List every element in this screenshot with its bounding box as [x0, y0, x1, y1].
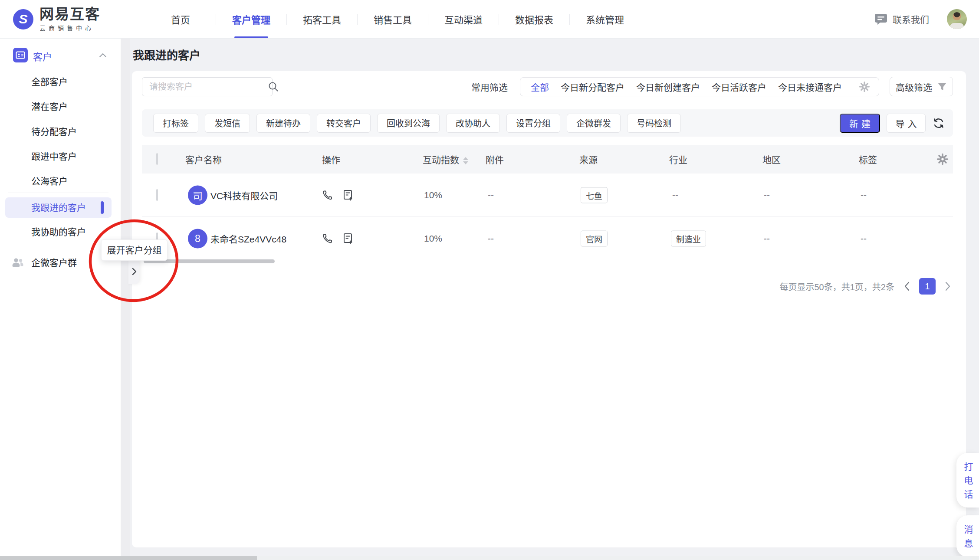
- customer-name[interactable]: VC科技有限公司: [210, 189, 278, 202]
- sidebar-item-label: 我跟进的客户: [31, 203, 86, 213]
- nav-item-system-management[interactable]: 系统管理: [570, 0, 640, 38]
- sidebar-item-unassigned-customers[interactable]: 待分配客户: [0, 122, 121, 141]
- select-all-checkbox[interactable]: [156, 153, 158, 165]
- set-group-button[interactable]: 设置分组: [506, 114, 560, 133]
- chat-bubble-icon: [874, 13, 887, 25]
- industry-chip: 制造业: [671, 230, 706, 246]
- collapsed-group-panel: [121, 39, 130, 560]
- number-check-button[interactable]: 号码检测: [627, 114, 681, 133]
- bulk-action-toolbar: 打标签 发短信 新建待办 转交客户 回收到公海 改协助人 设置分组 企微群发 号…: [142, 109, 953, 137]
- attachment-value: --: [488, 233, 494, 244]
- import-button[interactable]: 导入: [887, 114, 926, 133]
- nav-item-interaction-channels[interactable]: 互动渠道: [428, 0, 499, 38]
- table-row[interactable]: 8 未命名SZe4VVc48 10% -- 官网 制造业 -- --: [142, 217, 953, 260]
- table-header: 客户名称 操作 互动指数 附件 来源 行业 地区 标签: [142, 145, 953, 174]
- column-header-label: 互动指数: [423, 155, 459, 165]
- brand-subtitle: 云商销售中心: [39, 23, 100, 32]
- nav-item-sales-tools[interactable]: 销售工具: [358, 0, 428, 38]
- navbar-divider: [938, 13, 938, 26]
- next-page-chevron-icon[interactable]: [943, 279, 953, 293]
- quick-filter-settings-gear-icon[interactable]: [859, 81, 870, 92]
- column-header-attachments: 附件: [486, 153, 504, 166]
- tags-value: --: [861, 190, 867, 200]
- sort-carets-icon[interactable]: [463, 157, 468, 164]
- nav-item-home[interactable]: 首页: [145, 0, 216, 38]
- people-group-icon: [11, 257, 24, 270]
- nav-item-label: 首页: [171, 12, 190, 26]
- pagination: 每页显示50条，共1页，共2条 1: [780, 278, 953, 295]
- sidebar-item-my-assisted-customers[interactable]: 我协助的客户: [0, 223, 121, 242]
- phone-call-icon[interactable]: [322, 233, 333, 244]
- return-to-pool-button[interactable]: 回收到公海: [377, 114, 440, 133]
- row-checkbox[interactable]: [156, 189, 158, 201]
- advanced-filter-button[interactable]: 高级筛选: [890, 77, 953, 96]
- navbar-right: 联系我们: [874, 0, 967, 38]
- column-header-tags: 标签: [859, 153, 877, 166]
- messages-floating-button[interactable]: 消息: [956, 515, 979, 557]
- sidebar-section-customer[interactable]: 客户: [0, 46, 121, 65]
- tag-button[interactable]: 打标签: [153, 114, 198, 133]
- change-assistant-button[interactable]: 改协助人: [446, 114, 500, 133]
- quick-filter-newly-created-today[interactable]: 今日新创建客户: [636, 80, 700, 93]
- interaction-index-value: 10%: [424, 233, 442, 244]
- column-header-customer-name: 客户名称: [185, 153, 222, 166]
- chevron-up-icon[interactable]: [99, 52, 107, 59]
- add-record-icon[interactable]: [342, 233, 354, 244]
- make-call-floating-button[interactable]: 打电话: [956, 453, 979, 508]
- expand-customer-groups-handle[interactable]: [128, 259, 139, 284]
- customer-name[interactable]: 未命名SZe4VVc48: [210, 232, 286, 245]
- column-header-source: 来源: [579, 153, 598, 166]
- sidebar-section-label: 客户: [33, 49, 52, 63]
- nav-item-customer-management[interactable]: 客户管理: [216, 0, 286, 38]
- create-customer-button[interactable]: 新建: [840, 114, 880, 133]
- toolbar-right-group: 新建 导入: [840, 114, 945, 133]
- column-header-actions: 操作: [322, 153, 340, 166]
- advanced-filter-label: 高级筛选: [896, 80, 932, 93]
- tags-value: --: [861, 233, 867, 244]
- sidebar-item-potential-customers[interactable]: 潜在客户: [0, 97, 121, 116]
- previous-page-chevron-icon[interactable]: [902, 279, 912, 293]
- quick-filter-group: 全部 今日新分配客户 今日新创建客户 今日活跃客户 今日未接通客户: [520, 77, 879, 96]
- attachment-value: --: [488, 190, 494, 200]
- sidebar-item-my-followed-customers[interactable]: 我跟进的客户: [5, 197, 112, 218]
- nav-item-label: 销售工具: [374, 12, 412, 26]
- nav-item-data-reports[interactable]: 数据报表: [499, 0, 569, 38]
- brand-logo-icon: S: [13, 9, 33, 29]
- search-input[interactable]: [142, 82, 268, 92]
- nav-item-prospecting-tools[interactable]: 拓客工具: [287, 0, 357, 38]
- quick-filter-newly-assigned-today[interactable]: 今日新分配客户: [561, 80, 624, 93]
- current-page-button[interactable]: 1: [919, 278, 936, 295]
- customer-avatar: 8: [188, 229, 207, 248]
- quick-filter-active-today[interactable]: 今日活跃客户: [712, 80, 766, 93]
- wecom-broadcast-button[interactable]: 企微群发: [567, 114, 621, 133]
- contact-us-button[interactable]: 联系我们: [874, 13, 929, 26]
- column-settings-gear-icon[interactable]: [936, 153, 949, 165]
- sidebar-item-all-customers[interactable]: 全部客户: [0, 72, 121, 92]
- column-header-region: 地区: [762, 153, 781, 166]
- pagination-summary: 每页显示50条，共1页，共2条: [780, 280, 895, 293]
- nav-item-label: 互动渠道: [444, 12, 483, 26]
- sidebar-item-public-pool-customers[interactable]: 公海客户: [0, 172, 121, 191]
- source-chip: 官网: [581, 230, 608, 246]
- brand-logo[interactable]: S 网易互客 云商销售中心: [13, 0, 100, 38]
- user-avatar[interactable]: [947, 9, 967, 29]
- send-sms-button[interactable]: 发短信: [205, 114, 250, 133]
- phone-call-icon[interactable]: [322, 190, 333, 200]
- funnel-icon: [937, 82, 947, 92]
- nav-item-label: 拓客工具: [303, 12, 341, 26]
- sidebar-item-following-customers[interactable]: 跟进中客户: [0, 147, 121, 166]
- region-value: --: [764, 233, 770, 244]
- source-chip: 七鱼: [581, 187, 608, 203]
- transfer-customer-button[interactable]: 转交客户: [317, 114, 371, 133]
- refresh-icon[interactable]: [932, 117, 945, 130]
- quick-filter-all[interactable]: 全部: [531, 80, 549, 93]
- expand-groups-tooltip: 展开客户分组: [101, 239, 168, 261]
- brand-name: 网易互客: [39, 7, 100, 22]
- new-todo-button[interactable]: 新建待办: [256, 114, 310, 133]
- table-row[interactable]: 司 VC科技有限公司 10% -- 七鱼 -- -- --: [142, 174, 953, 217]
- contact-us-label: 联系我们: [893, 13, 929, 26]
- add-record-icon[interactable]: [342, 189, 354, 201]
- search-icon[interactable]: [268, 81, 279, 92]
- quick-filter-unreached-today[interactable]: 今日未接通客户: [778, 80, 842, 93]
- page-horizontal-scrollbar-thumb[interactable]: [0, 556, 257, 560]
